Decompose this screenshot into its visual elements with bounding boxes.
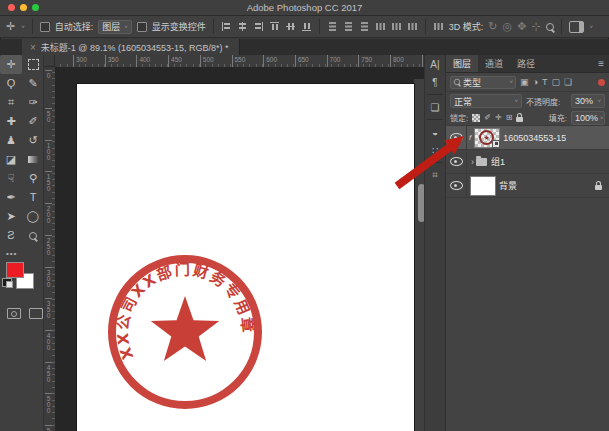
window-title: Adobe Photoshop CC 2017 (0, 0, 609, 15)
layer-thumbnail[interactable] (470, 176, 496, 196)
align-horizontal-centers-icon[interactable] (237, 21, 248, 32)
photoshop-window: Adobe Photoshop CC 2017 ✛˅ 自动选择: 图层˅ 显示变… (0, 0, 609, 431)
pasteboard: XX公司XX部门财务专用章 (55, 67, 424, 431)
document-canvas[interactable]: XX公司XX部门财务专用章 (77, 84, 414, 431)
distribute-top-edges-icon[interactable] (327, 21, 338, 32)
clone-stamp-tool[interactable]: ♟ (0, 131, 22, 150)
layer-name[interactable]: 1605034553-15 (503, 133, 566, 143)
ruler-origin-box[interactable] (44, 55, 55, 67)
move-tool[interactable]: ✛ (0, 55, 22, 74)
3d-rotate-icon[interactable]: ↻ (488, 21, 497, 32)
filter-type-layers-icon[interactable]: T (542, 78, 548, 87)
lock-transparent-pixels-icon[interactable] (472, 114, 480, 122)
crop-tool[interactable]: ⌗ (0, 93, 22, 112)
lock-image-pixels-icon[interactable]: ✐ (484, 114, 491, 122)
foreground-color-swatch[interactable] (6, 262, 24, 278)
eyedropper-tool[interactable]: ✑ (22, 93, 44, 112)
layer-row-group[interactable]: › 组1 (446, 150, 609, 174)
ruler-number: 300 (45, 267, 52, 287)
3d-roll-icon[interactable]: ◎ (503, 21, 513, 32)
gradient-tool[interactable] (22, 150, 44, 169)
layer-thumbnail[interactable]: ★ (474, 128, 500, 148)
distribute-right-edges-icon[interactable] (407, 21, 418, 32)
align-bottom-edges-icon[interactable] (301, 21, 312, 32)
lock-position-icon[interactable]: ✛ (495, 114, 502, 122)
paragraph-panel-icon[interactable]: ¶ (425, 73, 445, 91)
quick-mask-icon[interactable] (7, 308, 21, 319)
ruler-number: 450 (45, 362, 52, 382)
edit-toolbar-ellipsis-icon[interactable]: ••• (0, 245, 43, 260)
smudge-tool[interactable]: ☟ (0, 169, 22, 188)
crop-panel-icon[interactable]: ⌗ (425, 166, 445, 184)
brush-tool[interactable]: ✐ (22, 112, 44, 131)
distribute-left-edges-icon[interactable] (375, 21, 386, 32)
layer-filter-kind-dropdown[interactable]: 类型 ˅ (450, 76, 516, 89)
tab-paths[interactable]: 路径 (510, 55, 542, 72)
visibility-cell[interactable] (446, 174, 467, 197)
eraser-tool[interactable]: ◪ (0, 150, 22, 169)
distribute-horizontal-centers-icon[interactable] (391, 21, 402, 32)
filter-smart-objects-icon[interactable]: ❏ (564, 78, 572, 87)
align-top-edges-icon[interactable] (269, 21, 280, 32)
default-colors-icon[interactable] (2, 278, 12, 287)
ruler-number: 100 (45, 140, 52, 160)
tab-layers[interactable]: 图层 (446, 55, 478, 72)
screen-mode-icon[interactable] (29, 308, 43, 319)
auto-select-checkbox[interactable] (40, 22, 50, 32)
adjustments-panel-icon[interactable]: ◒ (425, 123, 445, 141)
document-tab-bar: × 未标题-1 @ 89.1% (1605034553-15, RGB/8*) … (0, 39, 609, 56)
filter-shape-layers-icon[interactable]: ▢ (551, 78, 560, 87)
dodge-tool[interactable]: ⚲ (22, 169, 44, 188)
tab-channels[interactable]: 通道 (478, 55, 510, 72)
history-brush-tool[interactable]: ↺ (22, 131, 44, 150)
auto-select-target-dropdown[interactable]: 图层˅ (98, 20, 132, 34)
fill-dropdown[interactable]: 100%˅ (571, 111, 605, 125)
pen-tool[interactable]: ✒ (0, 188, 22, 207)
document-tab-title: 未标题-1 @ 89.1% (1605034553-15, RGB/8*) * (41, 41, 229, 54)
character-panel-icon[interactable]: A| (425, 55, 445, 73)
layer-filtering-toggle[interactable] (598, 79, 605, 86)
layer-comps-panel-icon[interactable]: ❏ (425, 98, 445, 116)
lock-artboard-icon[interactable]: ⊞ (506, 114, 513, 122)
filter-pixel-layers-icon[interactable]: ▣ (520, 78, 529, 87)
document-tab[interactable]: × 未标题-1 @ 89.1% (1605034553-15, RGB/8*) … (22, 39, 240, 55)
ruler-number: 450 (168, 55, 182, 67)
type-tool[interactable]: T (22, 188, 44, 207)
visibility-cell[interactable] (446, 126, 467, 149)
hand-tool[interactable]: Ƨ (0, 226, 22, 245)
layer-row-smart-object[interactable]: f ★ 1605034553-15 (446, 126, 609, 150)
layer-name[interactable]: 组1 (491, 155, 505, 168)
move-tool-icon[interactable]: ✛ (6, 21, 15, 32)
swatches-panel-icon[interactable]: ∷ (425, 141, 445, 159)
close-document-icon[interactable]: × (30, 42, 36, 53)
distribute-bottom-edges-icon[interactable] (359, 21, 370, 32)
3d-drag-icon[interactable]: ✥ (517, 21, 526, 32)
marquee-tool[interactable] (22, 55, 44, 74)
workspace-switcher-icon[interactable] (569, 21, 584, 33)
zoom-tool[interactable] (22, 226, 44, 245)
layer-name[interactable]: 背景 (499, 179, 517, 192)
filter-adjustment-layers-icon[interactable]: ◑ (533, 78, 538, 87)
shape-tool[interactable]: ◯ (22, 207, 44, 226)
opacity-dropdown[interactable]: 30%˅ (571, 94, 605, 108)
spot-healing-tool[interactable]: ✚ (0, 112, 22, 131)
group-disclosure-icon[interactable]: › (471, 157, 474, 167)
3d-scale-zoom-icon[interactable] (546, 23, 554, 31)
layer-row-background[interactable]: 背景 (446, 174, 609, 198)
panel-menu-icon[interactable]: ≡ (593, 55, 609, 72)
distribute-vertical-centers-icon[interactable] (343, 21, 354, 32)
show-transform-label: 显示变换控件 (152, 20, 206, 33)
align-right-edges-icon[interactable] (253, 21, 264, 32)
3d-slide-icon[interactable]: ⊹ (531, 21, 540, 32)
path-selection-tool[interactable]: ➤ (0, 207, 22, 226)
visibility-cell[interactable] (446, 150, 467, 173)
align-left-edges-icon[interactable] (221, 21, 232, 32)
lock-all-icon[interactable] (516, 117, 523, 122)
quick-selection-tool[interactable]: ✎ (22, 74, 44, 93)
distribute-spacing-icon[interactable] (433, 21, 444, 32)
lasso-tool[interactable]: Ϙ (0, 74, 22, 93)
align-vertical-centers-icon[interactable] (285, 21, 296, 32)
ruler-number: 700 (327, 55, 341, 67)
blend-mode-dropdown[interactable]: 正常˅ (450, 94, 522, 108)
show-transform-checkbox[interactable] (137, 22, 147, 32)
